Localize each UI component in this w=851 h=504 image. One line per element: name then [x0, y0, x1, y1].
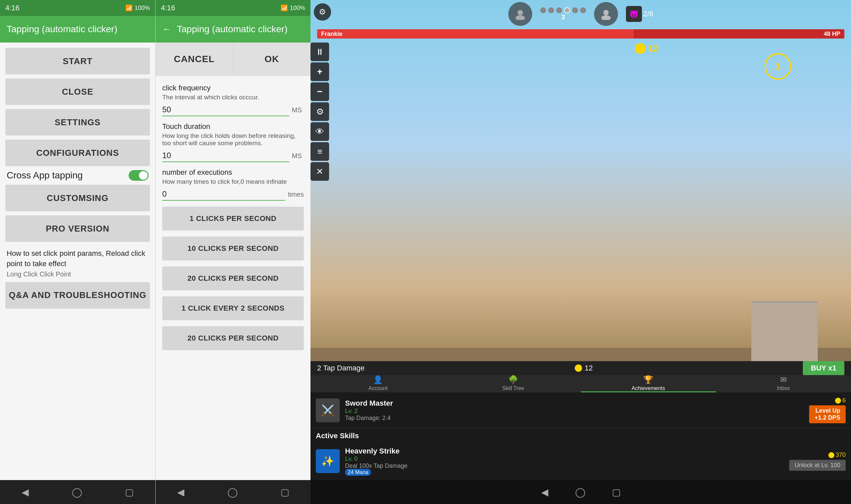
touch-dur-title: Touch duration	[162, 122, 304, 131]
enemy-name: Frankie	[321, 31, 342, 38]
configurations-button[interactable]: CONFIGURATIONS	[5, 140, 150, 166]
villain-count: 😈 2/8	[626, 6, 654, 22]
svg-point-3	[601, 15, 611, 20]
qa-button[interactable]: Q&A AND TROUBLESHOOTING	[5, 282, 150, 309]
freq-btn-2[interactable]: 10 CLICKS PER SECOND	[162, 237, 304, 260]
battery-icon: 100%	[135, 5, 150, 12]
sword-master-level: Lv. 2	[345, 408, 804, 415]
heavenly-strike-locked-btn: Unlock at Lv. 100	[789, 460, 846, 471]
g-home-button[interactable]: ◯	[575, 487, 585, 498]
target-circle[interactable]: 1	[765, 53, 791, 80]
sword-master-info: Sword Master Lv. 2 Tap Damage: 2.4	[345, 399, 804, 421]
tab-achievements[interactable]: 🏆 Achievements	[581, 375, 716, 392]
shop-tabs: 👤 Account 🌳 Skill Tree 🏆 Achievements ✉ …	[311, 375, 851, 392]
freq-btn-4[interactable]: 1 CLICK EVERY 2 SECONDS	[162, 296, 304, 320]
info-section: How to set click point params, Reload cl…	[5, 246, 150, 278]
m-home-button[interactable]: ◯	[227, 487, 238, 498]
cross-app-row: Cross App tapping	[5, 170, 150, 181]
svg-point-1	[516, 15, 525, 20]
shop-coin-count: 12	[585, 364, 593, 373]
left-status-icons: 📶 100%	[125, 4, 150, 12]
sword-master-cost-icon	[835, 398, 841, 404]
sword-master-action: 6 Level Up+1.2 DPS	[809, 397, 846, 423]
m-back-button[interactable]: ◀	[177, 487, 184, 498]
eye-float-btn[interactable]: 👁	[311, 122, 329, 141]
g-recents-button[interactable]: ▢	[612, 487, 621, 498]
coin-display-icon	[635, 43, 645, 54]
game-top-nav: 3 😈 2/8	[311, 2, 851, 26]
shop-item-sword-master: ⚔️ Sword Master Lv. 2 Tap Damage: 2.4 6 …	[311, 392, 851, 428]
skill-tree-tab-icon: 🌳	[508, 375, 518, 384]
touch-dur-desc: How long the click holds down before rel…	[162, 132, 304, 147]
tab-inbox-label: Inbox	[777, 385, 790, 391]
g-back-button[interactable]: ◀	[541, 487, 549, 498]
game-panel: ⚙ 3 😈 2/8 Frankie	[311, 0, 851, 504]
touch-dur-input-row: MS	[162, 149, 304, 162]
heavenly-strike-level: Lv. 0	[345, 455, 784, 463]
middle-panel: 4:16 📶 100% ← Tapping (automatic clicker…	[155, 0, 311, 504]
account-tab-icon: 👤	[373, 375, 383, 384]
buy-button[interactable]: BUY x1	[803, 361, 844, 375]
pause-float-btn[interactable]: ⏸	[311, 42, 329, 61]
left-app-bar: Tapping (automatic clicker)	[0, 16, 155, 42]
zoom-in-float-btn[interactable]: +	[311, 62, 329, 81]
back-arrow-icon[interactable]: ←	[162, 24, 172, 35]
cross-app-toggle[interactable]	[129, 170, 148, 181]
tab-skill-tree[interactable]: 🌳 Skill Tree	[446, 375, 581, 392]
m-recents-button[interactable]: ▢	[281, 487, 289, 498]
heavenly-strike-mana: 24 Mana	[345, 469, 371, 476]
num-exec-unit: times	[288, 191, 304, 198]
inbox-tab-icon: ✉	[780, 375, 787, 384]
heavenly-strike-img: ✨	[316, 449, 340, 473]
click-freq-input[interactable]	[162, 104, 289, 116]
customising-button[interactable]: CUSTOMSING	[5, 185, 150, 211]
tab-inbox[interactable]: ✉ Inbox	[716, 375, 851, 392]
close-float-btn[interactable]: ✕	[311, 162, 329, 181]
coin-count: 12	[648, 43, 658, 54]
freq-btn-3[interactable]: 20 CLICKS PER SECOND	[162, 267, 304, 290]
coin-display: 12	[635, 43, 658, 54]
middle-app-title: Tapping (automatic clicker)	[177, 24, 287, 35]
num-exec-input[interactable]	[162, 188, 285, 201]
settings-button[interactable]: SETTINGS	[5, 109, 150, 136]
profile-icon-2[interactable]	[594, 2, 618, 26]
touch-dur-unit: MS	[292, 152, 304, 160]
zoom-out-float-btn[interactable]: −	[311, 83, 329, 101]
cancel-button[interactable]: CANCEL	[156, 42, 233, 75]
left-time: 4:16	[5, 4, 20, 12]
sword-master-img: ⚔️	[316, 398, 340, 422]
ok-button[interactable]: OK	[233, 42, 311, 75]
heavenly-strike-name: Heavenly Strike	[345, 447, 784, 455]
recents-button[interactable]: ▢	[125, 487, 134, 498]
left-status-bar: 4:16 📶 100%	[0, 0, 155, 16]
close-button[interactable]: CLOSE	[5, 78, 150, 105]
home-button[interactable]: ◯	[72, 487, 82, 498]
click-freq-desc: The interval at which clicks occcur.	[162, 94, 304, 101]
target-number: 1	[775, 61, 781, 72]
click-freq-unit: MS	[292, 106, 304, 114]
hero-progress: 3	[540, 7, 586, 21]
gear-float-btn[interactable]: ⚙	[311, 102, 329, 121]
back-button[interactable]: ◀	[22, 487, 29, 498]
sword-master-cost-val: 6	[843, 397, 846, 404]
tab-account[interactable]: 👤 Account	[311, 375, 446, 392]
info-subtitle: Long Click Click Point	[7, 270, 148, 278]
menu-float-btn[interactable]: ≡	[311, 142, 329, 161]
pro-version-button[interactable]: PRO VERSION	[5, 215, 150, 242]
shop-item-heavenly-strike: ✨ Heavenly Strike Lv. 0 Deal 100x Tap Da…	[311, 442, 851, 481]
start-button[interactable]: START	[5, 48, 150, 74]
profile-icon-1[interactable]	[508, 2, 532, 26]
sword-master-level-up-btn[interactable]: Level Up+1.2 DPS	[809, 405, 846, 423]
touch-dur-input[interactable]	[162, 149, 289, 162]
num-exec-title: number of executions	[162, 168, 304, 177]
freq-btn-5[interactable]: 20 CLICKS PER SECOND	[162, 326, 304, 350]
middle-app-bar: ← Tapping (automatic clicker)	[156, 16, 311, 42]
freq-btn-1[interactable]: 1 CLICKS PER SECOND	[162, 206, 304, 231]
dialog-header: CANCEL OK	[156, 42, 311, 76]
cross-app-label: Cross App tapping	[7, 170, 83, 181]
left-content: START CLOSE SETTINGS CONFIGURATIONS Cros…	[0, 42, 155, 480]
shop-header: 2 Tap Damage 12 BUY x1	[311, 361, 851, 375]
middle-status-icons: 📶 100%	[281, 4, 305, 12]
hp-bar-outer: Frankie 48 HP	[317, 29, 844, 38]
tab-account-label: Account	[368, 385, 388, 391]
